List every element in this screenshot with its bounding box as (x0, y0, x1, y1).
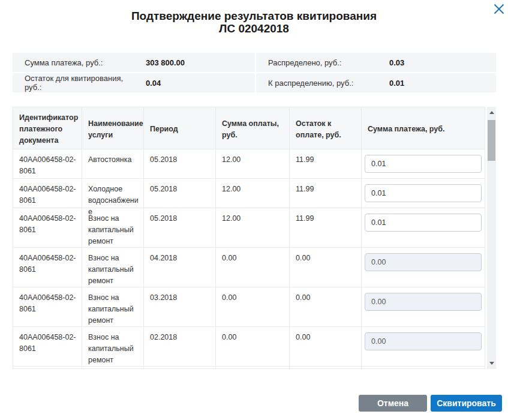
payment-sum-input[interactable] (365, 184, 482, 202)
cell-doc-id: 40АА006458-02-8061 (13, 208, 82, 251)
cell-payment-sum: 0.00 (216, 248, 290, 290)
payments-table: Идентификатор платежного документа Наиме… (13, 107, 485, 369)
table-row: 40АА006458-02-8061Холодное водоснабжение… (13, 178, 485, 208)
cell-remainder (290, 367, 362, 369)
payment-sum-input[interactable] (365, 155, 482, 173)
cell-payment-input (362, 287, 485, 330)
summary-label: К распределению, руб.: (268, 79, 380, 88)
table-row (13, 366, 485, 369)
col-header-remainder: Остаток к оплате, руб. (290, 107, 362, 150)
col-header-doc-id: Идентификатор платежного документа (13, 107, 82, 150)
summary-value: 0.01 (389, 79, 404, 88)
dialog-title-line2: ЛС 02042018 (0, 22, 508, 35)
summary-panel: Сумма платежа, руб.: 303 800.00 Распреде… (13, 53, 496, 92)
summary-distributed: Распределено, руб.: 0.03 (256, 53, 496, 72)
col-header-service: Наименование услуги (82, 107, 144, 150)
summary-value: 0.03 (389, 58, 404, 67)
table-body: 40АА006458-02-8061Автостоянка05.201812.0… (13, 149, 485, 369)
cell-period (144, 367, 216, 369)
cell-service: Взнос на капитальный ремонт (82, 327, 144, 369)
table-header: Идентификатор платежного документа Наиме… (13, 107, 485, 149)
cell-period: 04.2018 (144, 248, 216, 290)
cell-doc-id: 40АА006458-02-8061 (13, 248, 82, 290)
cell-period: 03.2018 (144, 287, 216, 330)
cell-payment-sum: 12.00 (216, 149, 290, 181)
col-header-period: Период (144, 107, 216, 150)
cell-service: Автостоянка (82, 149, 144, 181)
cell-service: Взнос на капитальный ремонт (82, 287, 144, 330)
cell-payment-sum: 12.00 (216, 208, 290, 251)
summary-value: 0.04 (146, 79, 161, 88)
dialog-title: Подтверждение результатов квитирования Л… (0, 10, 508, 35)
table-row: 40АА006458-02-8061Взнос на капитальный р… (13, 208, 485, 247)
cell-service: Взнос на капитальный ремонт (82, 208, 144, 251)
table-row: 40АА006458-02-8061Взнос на капитальный р… (13, 287, 485, 326)
col-header-input-sum: Сумма платежа, руб. (362, 107, 485, 150)
close-button[interactable] (492, 2, 506, 16)
cell-doc-id: 40АА006458-02-8061 (13, 149, 82, 181)
summary-label: Остаток для квитирования, руб.: (25, 74, 136, 92)
payment-sum-input (365, 332, 482, 350)
cell-payment-input (362, 248, 485, 290)
chevron-down-icon[interactable] (487, 359, 496, 368)
summary-label: Сумма платежа, руб.: (25, 58, 136, 67)
cell-doc-id (13, 367, 82, 369)
col-header-payment-sum: Сумма оплаты, руб. (216, 107, 290, 150)
cell-period: 02.2018 (144, 327, 216, 369)
cell-payment-input (362, 149, 485, 181)
summary-payment-sum: Сумма платежа, руб.: 303 800.00 (13, 53, 255, 72)
cell-remainder: 11.99 (290, 149, 362, 181)
cell-payment-sum (216, 367, 290, 369)
table-row: 40АА006458-02-8061Взнос на капитальный р… (13, 247, 485, 287)
cell-remainder: 0.00 (290, 287, 362, 330)
cell-payment-sum: 0.00 (216, 287, 290, 330)
payment-sum-input (365, 293, 482, 311)
cancel-button[interactable]: Отмена (359, 395, 427, 412)
cell-doc-id: 40АА006458-02-8061 (13, 327, 82, 369)
cell-service: Взнос на капитальный ремонт (82, 248, 144, 290)
dialog-footer: Отмена Сквитировать (359, 395, 502, 412)
dialog-title-line1: Подтверждение результатов квитирования (0, 10, 508, 22)
cell-period: 05.2018 (144, 208, 216, 251)
chevron-up-icon[interactable] (487, 108, 496, 117)
cell-payment-input (362, 208, 485, 251)
cell-remainder: 0.00 (290, 327, 362, 369)
summary-remainder: Остаток для квитирования, руб.: 0.04 (13, 73, 255, 92)
cell-doc-id: 40АА006458-02-8061 (13, 287, 82, 330)
close-icon (493, 3, 505, 15)
cell-service (82, 367, 144, 369)
cell-payment-input (362, 367, 485, 369)
table-scrollbar[interactable] (487, 107, 496, 369)
summary-to-distribute: К распределению, руб.: 0.01 (256, 73, 496, 92)
table-row: 40АА006458-02-8061Взнос на капитальный р… (13, 326, 485, 366)
confirm-dialog: Подтверждение результатов квитирования Л… (0, 0, 508, 420)
summary-value: 303 800.00 (146, 58, 185, 67)
cell-remainder: 0.00 (290, 248, 362, 290)
confirm-button[interactable]: Сквитировать (431, 395, 502, 412)
table-row: 40АА006458-02-8061Автостоянка05.201812.0… (13, 149, 485, 178)
summary-label: Распределено, руб.: (268, 58, 380, 67)
scrollbar-thumb[interactable] (488, 120, 495, 161)
payment-sum-input (365, 253, 482, 271)
cell-payment-sum: 0.00 (216, 327, 290, 369)
cell-period: 05.2018 (144, 149, 216, 181)
cell-payment-input (362, 327, 485, 369)
payment-sum-input[interactable] (365, 214, 482, 232)
cell-remainder: 11.99 (290, 208, 362, 251)
